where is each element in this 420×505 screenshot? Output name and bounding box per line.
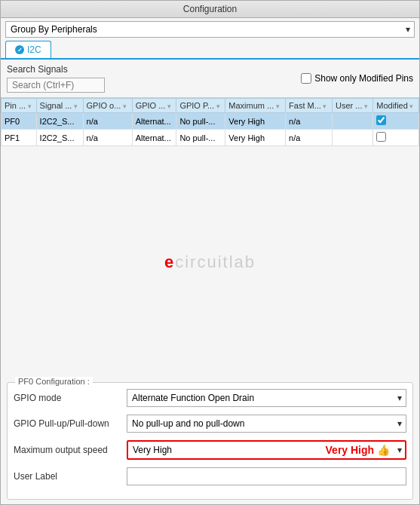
cell-signal-1: I2C2_S... xyxy=(36,130,83,146)
tab-i2c[interactable]: ✓ I2C xyxy=(5,41,51,58)
cell-modified-1 xyxy=(373,130,419,146)
gpio-pull-label: GPIO Pull-up/Pull-down xyxy=(14,418,127,429)
col-header-modified[interactable]: Modified xyxy=(373,99,419,113)
show-modified-area: Show only Modified Pins xyxy=(301,73,413,84)
gpio-mode-select[interactable]: Alternate Function Open Drain Alternate … xyxy=(127,389,406,407)
title-bar: Configuration xyxy=(1,1,419,18)
group-by-wrapper: Group By Peripherals xyxy=(5,21,415,38)
cell-fast-m-1: n/a xyxy=(286,130,333,146)
cell-maximum-0: Very High xyxy=(225,113,286,130)
modified-checkbox-0[interactable] xyxy=(376,115,386,125)
col-header-gpio-2[interactable]: GPIO ... xyxy=(132,99,176,113)
gpio-pull-select[interactable]: No pull-up and no pull-down Pull-up Pull… xyxy=(127,415,406,433)
col-header-fast-m[interactable]: Fast M... xyxy=(286,99,333,113)
max-speed-wrapper: Low Medium High Very High Very High 👍 ▾ xyxy=(127,440,406,460)
config-legend: PF0 Configuration : xyxy=(15,377,93,386)
col-header-signal[interactable]: Signal ... xyxy=(36,99,83,113)
user-label-label: User Label xyxy=(14,471,127,482)
gpio-mode-label: GPIO mode xyxy=(14,393,127,403)
gpio-pull-control: No pull-up and no pull-down Pull-up Pull… xyxy=(127,415,406,433)
search-input[interactable] xyxy=(7,78,105,93)
table-header: Pin ... Signal ... GPIO o... GPIO ... GP… xyxy=(2,99,419,113)
user-label-control xyxy=(127,467,406,485)
cell-gpio-2-0: Alternat... xyxy=(132,113,176,130)
gpio-mode-row: GPIO mode Alternate Function Open Drain … xyxy=(14,389,406,407)
watermark-main: circuitlab xyxy=(175,252,256,271)
tab-i2c-label: I2C xyxy=(27,44,41,55)
cell-pin-1: PF1 xyxy=(2,130,37,146)
cell-user-1 xyxy=(333,130,373,146)
table-body: PF0 I2C2_S... n/a Alternat... No pull-..… xyxy=(2,113,419,146)
cell-user-0 xyxy=(333,113,373,130)
watermark-text: ecircuitlab xyxy=(164,252,256,272)
cell-modified-0 xyxy=(373,113,419,130)
search-inner: Search Signals xyxy=(7,64,105,93)
cell-fast-m-0: n/a xyxy=(286,113,333,130)
max-speed-select[interactable]: Low Medium High Very High xyxy=(128,442,402,458)
user-label-input[interactable] xyxy=(127,467,406,485)
signals-table: Pin ... Signal ... GPIO o... GPIO ... GP… xyxy=(1,98,419,146)
show-modified-checkbox[interactable] xyxy=(301,73,311,84)
col-header-maximum[interactable]: Maximum ... xyxy=(225,99,286,113)
search-label: Search Signals xyxy=(7,64,105,75)
cell-signal-0: I2C2_S... xyxy=(36,113,83,130)
gpio-mode-control: Alternate Function Open Drain Alternate … xyxy=(127,389,406,407)
col-header-pin[interactable]: Pin ... xyxy=(2,99,37,113)
max-speed-label: Maximum output speed xyxy=(14,445,127,455)
pf0-config-section: PF0 Configuration : GPIO mode Alternate … xyxy=(7,382,413,500)
window-title: Configuration xyxy=(183,4,237,14)
cell-gpio-p-0: No pull-... xyxy=(176,113,225,130)
cell-gpio-p-1: No pull-... xyxy=(176,130,225,146)
show-modified-label: Show only Modified Pins xyxy=(314,73,413,84)
max-speed-row: Maximum output speed Low Medium High Ver… xyxy=(14,440,406,460)
cell-gpio-2-1: Alternat... xyxy=(132,130,176,146)
watermark-prefix: e xyxy=(164,252,175,271)
col-header-gpio-p[interactable]: GPIO P... xyxy=(176,99,225,113)
cell-maximum-1: Very High xyxy=(225,130,286,146)
table-row[interactable]: PF0 I2C2_S... n/a Alternat... No pull-..… xyxy=(2,113,419,130)
max-speed-control: Low Medium High Very High Very High 👍 ▾ xyxy=(127,440,406,460)
i2c-tab-icon: ✓ xyxy=(15,45,24,54)
signals-table-container: Pin ... Signal ... GPIO o... GPIO ... GP… xyxy=(1,97,419,146)
user-label-row: User Label xyxy=(14,467,406,485)
main-window: Configuration Group By Peripherals ✓ I2C… xyxy=(0,0,420,505)
col-header-user[interactable]: User ... xyxy=(333,99,373,113)
table-row[interactable]: PF1 I2C2_S... n/a Alternat... No pull-..… xyxy=(2,130,419,146)
col-header-gpio-o[interactable]: GPIO o... xyxy=(83,99,132,113)
modified-checkbox-1[interactable] xyxy=(376,132,386,142)
tab-bar: ✓ I2C xyxy=(1,41,419,60)
cell-gpio-o-0: n/a xyxy=(83,113,132,130)
cell-gpio-o-1: n/a xyxy=(83,130,132,146)
gpio-pull-row: GPIO Pull-up/Pull-down No pull-up and no… xyxy=(14,415,406,433)
toolbar: Group By Peripherals xyxy=(1,18,419,41)
watermark-area: ecircuitlab xyxy=(1,146,419,378)
group-by-select[interactable]: Group By Peripherals xyxy=(5,21,415,38)
cell-pin-0: PF0 xyxy=(2,113,37,130)
search-area: Search Signals Show only Modified Pins xyxy=(1,60,419,97)
